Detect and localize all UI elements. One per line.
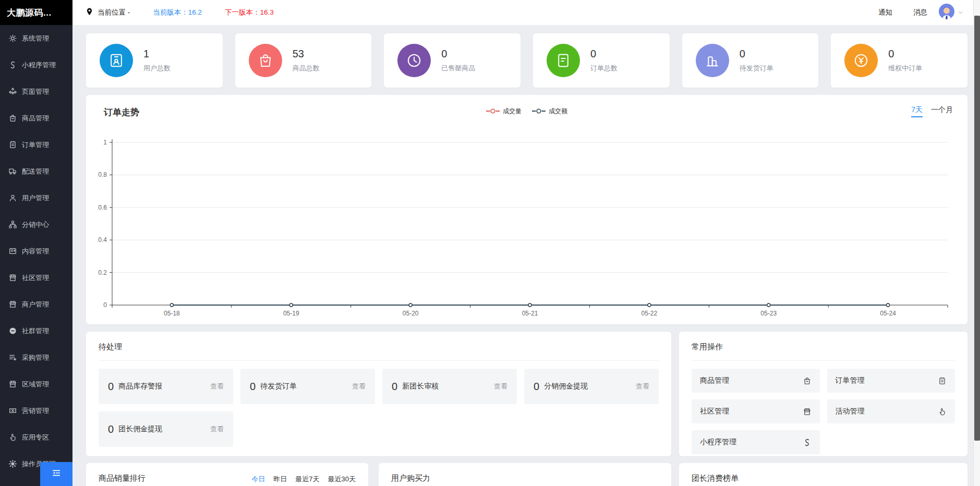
svg-text:0.6: 0.6: [98, 204, 107, 211]
gear-solid-icon: [8, 459, 17, 468]
clipboard-icon: [938, 376, 947, 385]
notification-link[interactable]: 通知: [878, 8, 892, 17]
pending-panel: 待处理 0 商品库存警报 查看 0 待发货订单 查看 0 新团长审核 查看 0 …: [86, 332, 671, 456]
quick-action-tile[interactable]: 商品管理: [692, 369, 820, 393]
stat-value: 0: [740, 48, 773, 60]
legend-item[interactable]: 成交量: [486, 107, 522, 116]
sidebar-item-4[interactable]: 商品管理: [0, 105, 72, 131]
sidebar-item-10[interactable]: 社区管理: [0, 264, 72, 291]
legend-marker-icon: [532, 108, 546, 115]
scrollbar-thumb[interactable]: [974, 16, 980, 441]
minus-circle-icon: [8, 326, 17, 335]
svg-text:05-22: 05-22: [642, 310, 658, 317]
stat-value: 0: [888, 48, 922, 60]
sidebar-item-15[interactable]: 营销管理: [0, 397, 72, 424]
quick-action-tile[interactable]: 订单管理: [827, 369, 955, 393]
rank-tab[interactable]: 最近7天: [295, 475, 319, 486]
quick-action-tile[interactable]: 社区管理: [692, 399, 820, 423]
ticket-icon: [8, 406, 17, 415]
stat-label: 商品总数: [293, 64, 320, 73]
view-link[interactable]: 查看: [210, 424, 224, 434]
view-link[interactable]: 查看: [636, 382, 649, 391]
pending-count: 0: [534, 381, 539, 393]
stat-label: 用户总数: [143, 64, 171, 73]
stat-card: 0 订单总数: [533, 33, 670, 88]
range-tab[interactable]: 7天: [911, 105, 923, 117]
sidebar-item-8[interactable]: 分销中心: [0, 211, 72, 238]
stat-value: 1: [143, 48, 171, 60]
user-menu[interactable]: [939, 4, 964, 21]
sidebar-item-9[interactable]: 内容管理: [0, 238, 72, 264]
order-trend-panel: 订单走势 成交量 成交额 7天一个月 00.20.40.60.8105-1805…: [86, 95, 967, 324]
sidebar-item-3[interactable]: 页面管理: [0, 78, 72, 105]
pending-label: 团长佣金提现: [118, 424, 210, 434]
legend-item[interactable]: 成交额: [532, 107, 567, 116]
stat-value: 53: [293, 48, 320, 60]
svg-text:05-21: 05-21: [522, 310, 538, 317]
sidebar-item-14[interactable]: 区域管理: [0, 371, 72, 397]
bag-icon: [249, 44, 282, 77]
view-link[interactable]: 查看: [210, 382, 224, 391]
sidebar-item-2[interactable]: 小程序管理: [0, 52, 72, 78]
pending-count: 0: [108, 381, 114, 393]
stat-card: 1 用户总数: [86, 33, 223, 88]
sidebar-item-11[interactable]: 商户管理: [0, 291, 72, 318]
rank-tab[interactable]: 昨日: [273, 475, 287, 486]
pages-icon: [8, 87, 17, 96]
sidebar-item-1[interactable]: 系统管理: [0, 25, 72, 52]
miniprogram-icon: [803, 438, 812, 447]
pending-count: 0: [392, 381, 397, 393]
avatar[interactable]: [939, 4, 954, 21]
rank-tab[interactable]: 今日: [251, 475, 265, 486]
content-icon: [8, 247, 17, 256]
sidebar-collapse-button[interactable]: [40, 462, 72, 486]
quick-action-tile[interactable]: 活动管理: [827, 399, 955, 423]
store-icon: [8, 380, 17, 388]
yen-icon: [844, 44, 878, 77]
chevron-down-icon: [957, 9, 964, 16]
stat-card: 0 已售罄商品: [384, 33, 521, 88]
sidebar-item-16[interactable]: 应用专区: [0, 424, 72, 451]
sidebar-item-6[interactable]: 配送管理: [0, 158, 72, 185]
stats-row: 1 用户总数 53 商品总数 0 已售罄商品 0 订单总数 0 待发货订单 0 …: [86, 33, 967, 88]
product-rank-tabs: 今日昨日最近7天最近30天: [251, 475, 356, 486]
chart-range-tabs: 7天一个月: [911, 105, 953, 117]
sidebar-item-12[interactable]: 社群管理: [0, 318, 72, 344]
message-link[interactable]: 消息: [913, 8, 927, 17]
svg-text:0.8: 0.8: [98, 171, 107, 178]
view-link[interactable]: 查看: [352, 382, 366, 391]
next-version: 下一版本：16.3: [225, 8, 274, 17]
pending-tile: 0 商品库存警报 查看: [99, 369, 233, 404]
collapse-menu-icon: [51, 468, 62, 480]
svg-text:05-19: 05-19: [283, 310, 299, 317]
bag-icon: [803, 376, 812, 385]
app-logo: 大鹏源码...: [0, 0, 72, 25]
quick-actions-grid: 商品管理 订单管理 社区管理 活动管理 小程序管理: [692, 369, 955, 454]
rank-tab[interactable]: 最近30天: [328, 475, 356, 486]
user-buying-power-title: 用户购买力: [391, 473, 659, 483]
pending-tile: 0 待发货订单 查看: [240, 369, 375, 404]
svg-text:0.2: 0.2: [98, 269, 107, 276]
hand-icon: [938, 407, 947, 416]
svg-text:05-18: 05-18: [164, 310, 180, 317]
current-version: 当前版本：16.2: [153, 8, 202, 17]
clipboard-icon: [8, 140, 17, 149]
user-buying-power-panel: 用户购买力: [379, 463, 671, 486]
sidebar-item-13[interactable]: 采购管理: [0, 344, 72, 371]
sidebar-item-5[interactable]: 订单管理: [0, 131, 72, 158]
topbar: 当前位置 - 当前版本：16.2 下一版本：16.3 通知 消息: [72, 0, 980, 25]
range-tab[interactable]: 一个月: [931, 105, 953, 117]
scrollbar-track[interactable]: [973, 0, 980, 486]
topbar-right: 通知 消息: [878, 4, 964, 21]
order-trend-chart: 00.20.40.60.8105-1805-1905-2005-2105-220…: [86, 126, 967, 324]
quick-actions-title: 常用操作: [692, 342, 955, 352]
pending-tile: 0 分销佣金提现 查看: [524, 369, 659, 404]
sidebar-menu: 系统管理 小程序管理 页面管理 商品管理 订单管理 配送管理 用户管理 分销中心…: [0, 25, 72, 477]
sidebar-item-7[interactable]: 用户管理: [0, 185, 72, 211]
leader-consumption-rank-panel: 团长消费榜单: [679, 463, 967, 486]
view-link[interactable]: 查看: [494, 382, 507, 391]
quick-action-tile[interactable]: 小程序管理: [692, 430, 820, 454]
doc-icon: [547, 44, 580, 77]
idcard-icon: [100, 44, 133, 77]
svg-text:05-23: 05-23: [760, 310, 777, 317]
